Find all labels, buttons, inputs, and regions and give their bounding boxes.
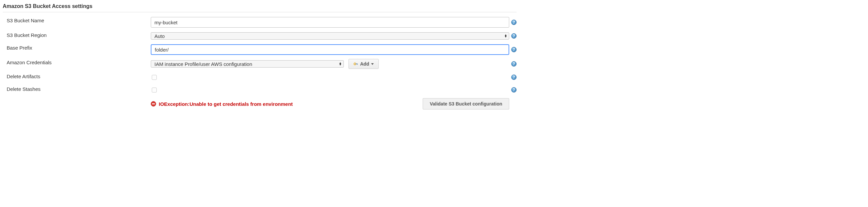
svg-rect-2 [357,64,358,65]
svg-rect-4 [152,104,155,105]
base-prefix-input[interactable] [151,44,509,55]
label-delete-stashes: Delete Stashes [3,86,151,92]
help-icon[interactable]: ? [511,61,517,66]
section-header: Amazon S3 Bucket Access settings [3,1,517,12]
label-delete-artifacts: Delete Artifacts [3,73,151,79]
label-bucket-region: S3 Bucket Region [3,32,151,38]
label-credentials: Amazon Credentials [3,59,151,65]
add-credentials-button[interactable]: Add [348,59,379,69]
caret-down-icon [371,63,374,65]
label-base-prefix: Base Prefix [3,44,151,51]
credentials-select[interactable]: IAM instance Profile/user AWS configurat… [151,60,344,67]
label-bucket-name: S3 Bucket Name [3,17,151,23]
help-icon[interactable]: ? [511,87,517,92]
svg-point-0 [354,63,356,65]
help-icon[interactable]: ? [511,75,517,80]
key-icon [353,62,358,66]
error-text: IOException:Unable to get credentials fr… [159,101,293,107]
error-icon [151,101,156,107]
delete-artifacts-checkbox[interactable] [152,75,157,80]
validate-button[interactable]: Validate S3 Bucket configuration [423,98,509,110]
help-icon[interactable]: ? [511,33,517,39]
error-message: IOException:Unable to get credentials fr… [151,101,423,107]
help-icon[interactable]: ? [511,47,517,52]
add-button-label: Add [360,61,369,66]
delete-stashes-checkbox[interactable] [152,88,157,92]
help-icon[interactable]: ? [511,20,517,25]
bucket-region-select[interactable]: Auto [151,32,509,39]
bucket-name-input[interactable] [151,17,509,28]
